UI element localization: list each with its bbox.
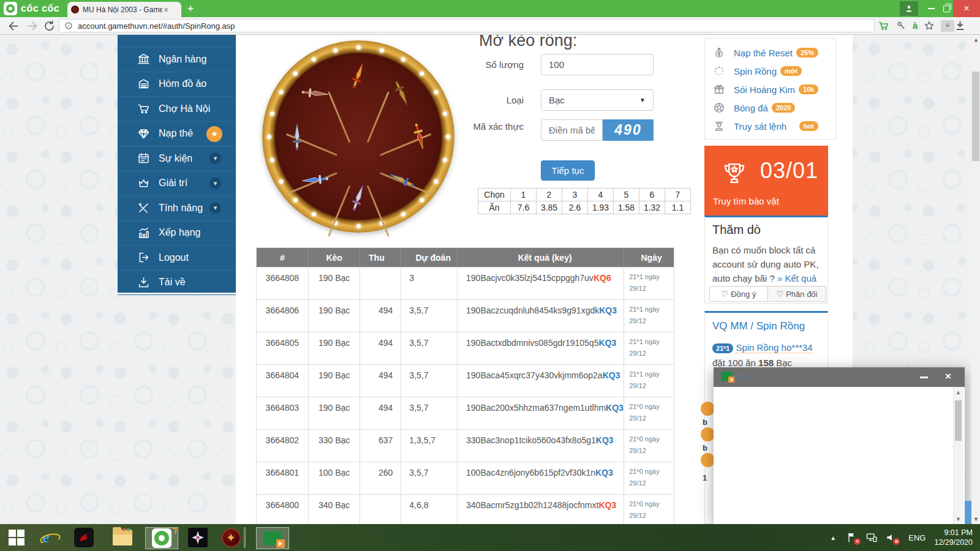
cell-date: 21ʰ1 ngày29/12 [624,268,674,299]
column-header: Thu [360,248,401,267]
chevron-down-icon[interactable]: ▾ [209,202,221,214]
taskbar-garena-icon[interactable] [74,527,94,548]
poll-agree-button[interactable]: ♡Đồng ý [709,286,768,302]
downloads-icon[interactable] [954,20,966,32]
taskbar-coccoc-icon[interactable] [145,527,178,549]
sidebar-item-ngan-hang[interactable]: Ngân hàng [118,47,236,72]
quantity-input[interactable] [541,54,654,75]
cell-id: 3664805 [257,332,309,364]
sidebar-item-label: Logout [159,252,189,263]
scroll-up-icon[interactable]: ▲ [956,389,961,395]
key-icon[interactable] [895,20,907,31]
scroll-down-icon[interactable]: ▼ [973,516,979,522]
taskbar-mu-dark-icon[interactable] [187,527,208,548]
quick-link-label[interactable]: Sói Hoàng Kim [734,84,795,95]
poll-result-link[interactable]: » Kết quả [777,273,816,283]
key-result: KQ6 [594,273,611,283]
sidebar-item-partial[interactable] [118,35,236,47]
sidebar-item-tinh-nang[interactable]: Tính năng▾ [118,196,236,221]
cart-extension-icon[interactable] [878,20,889,31]
continue-button[interactable]: Tiếp tục [541,160,595,181]
tray-expand-icon[interactable]: ▲ [830,534,836,541]
wheel-dot [278,89,284,95]
sidebar-item-xep-hang[interactable]: Xếp hạng [118,221,236,246]
column-header: Ngày [624,248,674,267]
popup-scrollbar[interactable]: ▲ ▼ [953,387,963,524]
chart-icon [137,227,150,239]
taskbar-mu-red-icon[interactable] [218,527,246,548]
cell-keo: 340 Bạc [309,495,361,524]
window-close-button[interactable]: × [953,0,980,17]
treasure-hunt-banner[interactable]: 03/01 Truy tìm bảo vật [704,146,828,216]
date-day: 29/12 [629,512,674,519]
table-row: 3664800340 Bạc4,6,8340Bacmr5zg1b02h12488… [257,494,674,524]
cell-id: 3664808 [257,268,309,299]
sidebar-item-su-kien[interactable]: Sự kiện▾ [118,146,236,171]
quick-link-nap-the-reset[interactable]: Nạp thẻ Reset25% [705,43,835,62]
quick-link-spin-rong[interactable]: Spin Rồngmới [705,62,835,80]
url-text: account.gamethuvn.net/#auth/SpinRong.asp [78,21,235,31]
network-icon[interactable] [865,531,878,544]
profile-button[interactable] [900,1,918,16]
bookmark-star-icon[interactable] [924,20,935,31]
poll-oppose-button[interactable]: ♡Phản đối [768,286,826,302]
scroll-indicator [965,501,971,524]
language-indicator[interactable]: ENG [908,533,925,542]
quick-link-soi-hoang-kim[interactable]: Sói Hoàng Kim10k [705,80,835,99]
cell-date: 21ʰ0 ngày29/12 [624,495,674,524]
sidebar-item-logout[interactable]: Logout [118,246,236,271]
browser-tab[interactable]: MU Hà Nội 2003 - Gameth × [67,2,181,17]
sidebar-item-nap-the[interactable]: Nạp thẻ★ [118,122,236,147]
taskbar-ie-icon[interactable]: e [36,527,56,548]
back-icon[interactable] [7,20,20,32]
browser-scroll-thumb[interactable] [972,72,979,161]
quick-link-truy-sat-lenh[interactable]: Truy sát lệnhhot [705,117,835,135]
download-arrow-button[interactable] [941,20,954,32]
date-time: 21ʰ1 ngày [629,370,674,378]
heart-icon: ♡ [722,290,729,299]
key-text: 190Bac200x5hhzma637ngem1utlhm [466,403,606,413]
sidebar-item-cho-ha-noi[interactable]: Chợ Hà Nội [118,97,236,122]
taskbar-clock[interactable]: 9:01 PM 12/29/2020 [934,528,973,547]
reload-icon[interactable] [43,20,56,32]
scroll-up-icon[interactable]: ▲ [973,37,979,43]
sidebar-item-tai-ve[interactable]: Tải về [118,271,236,296]
feed-user-link[interactable]: Spin Rồng ho***34 [736,342,812,353]
popup-minimize-button[interactable] [920,377,928,378]
vietnamese-typing-icon[interactable]: à [913,20,918,31]
sidebar-item-giai-tri[interactable]: Giải trí▾ [118,171,236,197]
action-center-flag-icon[interactable]: ✕ [846,531,858,544]
cell-du-doan: 3,5,7 [401,365,458,397]
new-tab-button[interactable]: + [187,2,194,15]
sidebar-item-hom-do-ao[interactable]: Hòm đồ ảo [118,72,236,97]
type-select[interactable]: Bạc ▼ [541,89,654,111]
wheel-dot [442,157,448,163]
popup-scroll-thumb[interactable] [955,400,962,441]
popup-window[interactable]: 3 × ▲ ▼ [714,367,965,524]
dragon-spin-wheel[interactable] [262,40,454,233]
quick-link-bong-da[interactable]: Bóng đá2020 [705,99,835,117]
url-input[interactable]: account.gamethuvn.net/#auth/SpinRong.asp [59,19,875,32]
forward-icon[interactable] [26,20,39,32]
volume-muted-icon[interactable]: ⊘ [885,531,897,544]
chevron-down-icon[interactable]: ▾ [209,152,221,164]
captcha-input[interactable] [541,119,603,141]
quick-link-label[interactable]: Bóng đá [734,103,768,113]
start-button[interactable] [6,527,27,548]
popup-title-bar[interactable]: 3 × [714,367,965,387]
cell-thu: 494 [360,300,401,332]
captcha-code[interactable]: 490 [603,119,654,141]
chevron-down-icon[interactable]: ▾ [209,178,221,189]
page-info-icon[interactable] [64,21,73,30]
taskbar-media-player-icon[interactable] [256,527,289,549]
taskbar-file-explorer-icon[interactable] [112,527,133,548]
scroll-down-icon[interactable]: ▼ [956,516,961,522]
tab-close-icon[interactable]: × [164,6,168,14]
key-result: KQ3 [598,500,616,510]
cell-date: 21ʰ0 ngày29/12 [624,397,674,429]
quick-link-label[interactable]: Nạp thẻ Reset [734,48,793,58]
browser-scrollbar[interactable]: ▲ ▼ [971,35,980,524]
quick-link-label[interactable]: Spin Rồng [734,66,777,77]
quick-link-label[interactable]: Truy sát lệnh [734,121,786,132]
popup-close-icon[interactable]: × [945,370,951,383]
